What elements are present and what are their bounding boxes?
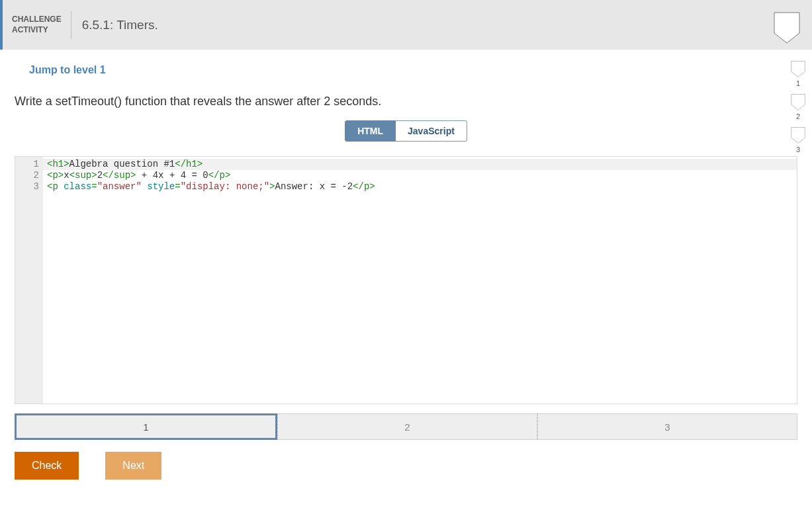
- check-button[interactable]: Check: [15, 452, 79, 480]
- challenge-label-line2: ACTIVITY: [12, 25, 62, 36]
- next-button[interactable]: Next: [105, 452, 161, 480]
- tab-html[interactable]: HTML: [345, 120, 396, 142]
- level-number: 3: [796, 146, 800, 153]
- instruction-text: Write a setTimeout() function that revea…: [15, 95, 812, 108]
- step-tabs: 123: [15, 413, 797, 440]
- step-tab-2[interactable]: 2: [277, 413, 537, 440]
- shield-icon: [791, 94, 805, 111]
- shield-icon: [791, 61, 805, 78]
- step-tab-1[interactable]: 1: [15, 413, 277, 440]
- level-indicator-2[interactable]: 2: [791, 94, 805, 120]
- editor-code-area[interactable]: <h1>Algebra question #1</h1><p>x<sup>2</…: [43, 157, 797, 404]
- level-indicators: 123: [791, 61, 805, 157]
- level-indicator-1[interactable]: 1: [791, 61, 805, 87]
- challenge-label: CHALLENGE ACTIVITY: [3, 15, 71, 35]
- level-number: 1: [796, 79, 800, 87]
- challenge-label-line1: CHALLENGE: [12, 15, 62, 25]
- shield-icon: [791, 127, 805, 144]
- code-line[interactable]: <h1>Algebra question #1</h1>: [43, 159, 797, 170]
- progress-shield-large: [774, 12, 800, 44]
- level-indicator-3[interactable]: 3: [791, 127, 805, 153]
- code-line[interactable]: <p class="answer" style="display: none;"…: [47, 181, 797, 192]
- editor-gutter: 123: [15, 157, 43, 404]
- code-tab-row: HTML JavaScript: [0, 120, 812, 142]
- activity-title: 6.5.1: Timers.: [71, 18, 158, 32]
- activity-header: CHALLENGE ACTIVITY 6.5.1: Timers.: [0, 0, 812, 50]
- level-number: 2: [796, 112, 800, 120]
- code-line[interactable]: <p>x<sup>2</sup> + 4x + 4 = 0</p>: [47, 170, 797, 181]
- step-tab-3[interactable]: 3: [537, 413, 797, 440]
- tab-javascript[interactable]: JavaScript: [396, 120, 467, 142]
- shield-icon: [774, 12, 800, 44]
- code-editor[interactable]: 123 <h1>Algebra question #1</h1><p>x<sup…: [15, 156, 797, 404]
- action-row: Check Next: [15, 452, 812, 480]
- jump-to-level-link[interactable]: Jump to level 1: [29, 64, 106, 76]
